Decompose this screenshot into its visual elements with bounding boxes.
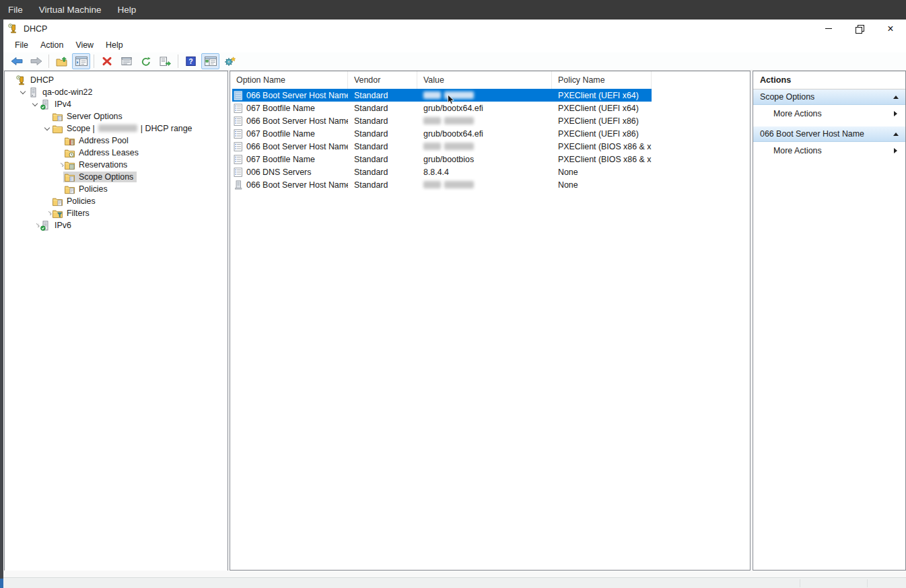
tree-item-server-options[interactable]: Server Options [5, 110, 228, 122]
submenu-arrow-icon [894, 148, 897, 153]
option-name-text: 067 Bootfile Name [246, 104, 315, 113]
column-header-filler [652, 71, 750, 89]
tree-item-ipv4[interactable]: IPv4 [5, 98, 228, 110]
expander-expanded-icon[interactable] [42, 127, 51, 130]
policy-name-text: None [558, 168, 578, 177]
forward-button[interactable] [27, 53, 45, 69]
console-gears-button[interactable] [221, 53, 239, 69]
refresh-button[interactable] [137, 53, 155, 69]
tree-item-filters[interactable]: Filters [5, 207, 228, 219]
list-row[interactable]: 066 Boot Server Host NameStandardPXEClie… [232, 89, 652, 102]
taskbar-sliver [0, 577, 906, 588]
column-header-vendor[interactable]: Vendor [348, 71, 417, 89]
value-text: grub/bootx64.efi [423, 129, 483, 139]
list-row[interactable]: 067 Bootfile NameStandardgrub/bootx64.ef… [232, 102, 652, 114]
vm-menu-file[interactable]: File [0, 0, 31, 20]
back-icon [11, 57, 23, 66]
tree-item-body: IPv6 [39, 220, 75, 231]
cell-policy-name: None [552, 166, 652, 178]
list-rows: 066 Boot Server Host NameStandardPXEClie… [230, 89, 750, 191]
policy-name-text: PXEClient (UEFI x86) [558, 129, 639, 139]
action-item-more-actions[interactable]: More Actions [753, 142, 905, 159]
cell-vendor: Standard [348, 140, 417, 153]
window-controls: × [813, 20, 906, 38]
redacted-value [444, 143, 474, 150]
back-button[interactable] [7, 53, 26, 69]
list-row[interactable]: 067 Bootfile NameStandardgrub/bootx64.ef… [232, 127, 652, 140]
show-console-tree-button[interactable] [72, 53, 90, 69]
option-name-text: 066 Boot Server Host Name [246, 142, 348, 151]
close-button[interactable]: × [875, 20, 906, 38]
column-header-option-name[interactable]: Option Name [230, 71, 348, 89]
list-row[interactable]: 006 DNS ServersStandard8.8.4.4None [232, 166, 652, 178]
vendor-text: Standard [354, 91, 388, 100]
cell-policy-name: PXEClient (UEFI x86) [552, 114, 652, 127]
expander-expanded-icon[interactable] [30, 103, 39, 106]
action-section-title: 066 Boot Server Host Name [760, 129, 893, 139]
cell-vendor: Standard [348, 166, 417, 178]
action-section-scope-options[interactable]: Scope Options [753, 89, 905, 105]
list-row[interactable]: 067 Bootfile NameStandardgrub/bootbiosPX… [232, 153, 652, 166]
column-header-policy-name[interactable]: Policy Name [552, 71, 652, 89]
export-list-button[interactable] [156, 53, 174, 69]
collapse-arrow-icon[interactable] [893, 96, 899, 99]
tree-item-ipv6[interactable]: IPv6 [5, 219, 228, 231]
help-icon: ? [186, 57, 196, 66]
option-name-text: 067 Bootfile Name [246, 155, 315, 164]
action-section-066-boot-server-host-name[interactable]: 066 Boot Server Host Name [753, 126, 905, 142]
menu-view[interactable]: View [69, 39, 100, 51]
console-gears-icon [224, 57, 236, 67]
up-one-level-button[interactable] [53, 53, 71, 69]
tree-item-dhcp[interactable]: DHCP [5, 74, 228, 86]
tree-item-address-pool[interactable]: Address Pool [5, 135, 228, 147]
window-title: DHCP [24, 24, 47, 34]
vendor-text: Standard [354, 104, 388, 113]
cell-option-name: 006 DNS Servers [232, 166, 348, 178]
help-button[interactable]: ? [182, 53, 200, 69]
cell-option-name: 067 Bootfile Name [232, 102, 348, 114]
policy-name-text: PXEClient (UEFI x64) [558, 91, 639, 100]
menu-help[interactable]: Help [100, 39, 129, 51]
delete-button[interactable] [98, 53, 116, 69]
tree-item-scope[interactable]: Scope || DHCP range [5, 122, 228, 135]
show-action-pane-button[interactable] [201, 53, 219, 69]
option-name-text: 066 Boot Server Host Name [246, 91, 348, 100]
expander-collapsed-icon[interactable] [42, 211, 51, 215]
tree-item-label: Scope || DHCP range [65, 123, 193, 134]
tree-item-address-leases[interactable]: Address Leases [5, 147, 228, 159]
cell-option-name: 066 Boot Server Host Name [232, 140, 348, 153]
action-item-more-actions[interactable]: More Actions [753, 105, 905, 122]
option-item-selected-icon [234, 91, 243, 100]
properties-button[interactable] [117, 53, 135, 69]
host-side-strip-fragment [0, 579, 3, 588]
menu-action[interactable]: Action [34, 39, 69, 51]
tree-item-qa-odc-win22[interactable]: qa-odc-win22 [5, 86, 228, 98]
restore-button[interactable] [844, 20, 875, 38]
list-row[interactable]: 066 Boot Server Host NameStandardPXEClie… [232, 140, 652, 153]
tree-item-scope-options[interactable]: Scope Options [5, 171, 228, 183]
option-item-icon [234, 104, 243, 113]
minimize-button[interactable] [813, 20, 844, 38]
expander-collapsed-icon[interactable] [55, 163, 63, 167]
redacted-value [423, 117, 441, 124]
expander-expanded-icon[interactable] [18, 91, 27, 94]
tree-item-reservations[interactable]: Reservations [5, 159, 228, 171]
collapse-arrow-icon[interactable] [893, 133, 899, 136]
tree-item-body: DHCP [15, 75, 57, 85]
list-row[interactable]: 066 Boot Server Host NameStandardPXEClie… [232, 114, 652, 127]
menu-file[interactable]: File [9, 39, 34, 51]
toolbar-separator [48, 54, 49, 68]
tree-item-policies[interactable]: Policies [5, 183, 228, 195]
list-row[interactable]: 066 Boot Server Host NameStandardNone [232, 178, 652, 191]
vm-menu-help[interactable]: Help [110, 0, 145, 20]
results-pane: Option NameVendorValuePolicy Name 066 Bo… [230, 71, 751, 571]
expander-collapsed-icon[interactable] [30, 223, 39, 227]
cell-value [417, 140, 552, 153]
column-header-value[interactable]: Value [417, 71, 552, 89]
tree-item-policies[interactable]: Policies [5, 195, 228, 207]
vm-menu-virtual-machine[interactable]: Virtual Machine [31, 0, 110, 20]
submenu-arrow-icon [894, 111, 897, 116]
cell-vendor: Standard [348, 89, 417, 102]
value-text: 8.8.4.4 [423, 168, 449, 177]
cell-option-name: 066 Boot Server Host Name [232, 114, 348, 127]
